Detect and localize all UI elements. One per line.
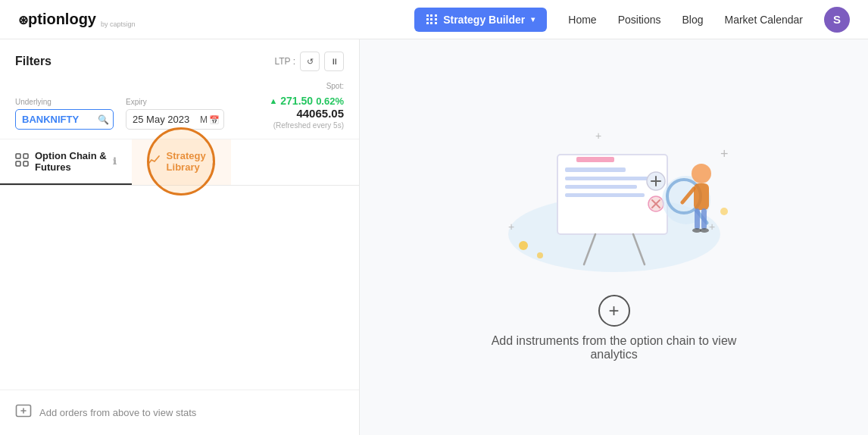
right-panel: + + + + bbox=[360, 39, 868, 435]
underlying-label: Underlying bbox=[15, 98, 114, 106]
main-layout: Filters LTP : ↺ ⏸ Underlying 🔍 bbox=[0, 39, 868, 435]
tab-strategy-library-label1: Strategy bbox=[167, 150, 206, 161]
pause-icon: ⏸ bbox=[330, 57, 339, 66]
svg-rect-19 bbox=[565, 193, 645, 197]
svg-rect-2 bbox=[16, 161, 20, 166]
ltp-controls: LTP : ↺ ⏸ bbox=[274, 52, 344, 71]
tab-option-chain-info-icon[interactable]: ℹ bbox=[113, 156, 117, 167]
tab-futures-label: Futures bbox=[35, 161, 107, 173]
tab-strategy-library[interactable]: Strategy Library ℹ bbox=[132, 139, 231, 185]
spot-value: 44065.05 bbox=[269, 107, 344, 120]
avatar[interactable]: S bbox=[824, 7, 850, 33]
search-icon: 🔍 bbox=[98, 114, 109, 125]
spot-change-pct: 0.62% bbox=[316, 95, 344, 107]
expiry-suffix: M bbox=[200, 114, 208, 125]
svg-rect-0 bbox=[16, 154, 20, 158]
nav-home[interactable]: Home bbox=[568, 14, 596, 26]
spot-refresh-note: (Refreshed every 5s) bbox=[269, 121, 344, 130]
calendar-icon: 📅 bbox=[209, 114, 220, 124]
svg-rect-35 bbox=[701, 208, 707, 230]
svg-text:+: + bbox=[508, 221, 514, 233]
spot-group: Spot: ▲ 271.50 0.62% 44065.05 (Refreshed… bbox=[269, 82, 344, 130]
chart-line-icon bbox=[147, 153, 161, 170]
filters-row: Underlying 🔍 Expiry M 📅 Spot: bbox=[15, 82, 344, 130]
header-nav: Strategy Builder ▾ Home Positions Blog M… bbox=[414, 7, 850, 33]
filters-section: Filters LTP : ↺ ⏸ Underlying 🔍 bbox=[0, 39, 359, 139]
svg-rect-16 bbox=[565, 167, 626, 172]
svg-point-32 bbox=[692, 164, 711, 183]
tab-option-chain-label: Option Chain & bbox=[35, 150, 107, 161]
app-header: ⊛ptionlogy by captsign Strategy Builder … bbox=[0, 0, 868, 39]
spot-label: Spot: bbox=[269, 82, 344, 90]
svg-rect-18 bbox=[565, 185, 637, 189]
ltp-label: LTP : bbox=[274, 56, 295, 67]
underlying-input-wrap: 🔍 bbox=[15, 109, 114, 130]
tab-strategy-library-info-icon[interactable]: ℹ bbox=[212, 156, 216, 167]
illustration: + + + + bbox=[486, 113, 743, 280]
spot-up-arrow: ▲ bbox=[269, 96, 277, 105]
grid-icon bbox=[426, 14, 437, 24]
filters-title: Filters bbox=[15, 55, 52, 68]
strategy-builder-button[interactable]: Strategy Builder ▾ bbox=[414, 8, 547, 32]
strategy-builder-label: Strategy Builder bbox=[443, 14, 525, 26]
logo-sub: by captsign bbox=[101, 20, 136, 28]
filters-header: Filters LTP : ↺ ⏸ bbox=[15, 52, 344, 71]
add-instruments-text: Add instruments from the option chain to… bbox=[478, 334, 751, 361]
spot-change: 271.50 bbox=[280, 95, 313, 107]
expiry-group: Expiry M 📅 bbox=[126, 98, 224, 130]
svg-text:+: + bbox=[709, 221, 715, 233]
tab-strategy-library-label2: Library bbox=[167, 161, 206, 173]
chevron-down-icon: ▾ bbox=[531, 15, 535, 23]
tab-option-chain[interactable]: Option Chain & Futures ℹ bbox=[0, 139, 132, 185]
svg-rect-3 bbox=[23, 161, 28, 166]
spot-values: ▲ 271.50 0.62% 44065.05 (Refreshed every… bbox=[269, 93, 344, 130]
tabs-row: Option Chain & Futures ℹ Strategy Librar… bbox=[0, 139, 359, 186]
nav-positions[interactable]: Positions bbox=[618, 14, 661, 26]
bottom-bar: Add orders from above to view stats bbox=[0, 390, 359, 435]
nav-blog[interactable]: Blog bbox=[682, 14, 703, 26]
add-instruments-icon: + bbox=[598, 295, 630, 327]
left-panel: Filters LTP : ↺ ⏸ Underlying 🔍 bbox=[0, 39, 360, 435]
add-instruments-wrap: + Add instruments from the option chain … bbox=[478, 295, 751, 361]
svg-point-13 bbox=[537, 252, 543, 258]
logo: ⊛ptionlogy by captsign bbox=[18, 11, 136, 28]
svg-rect-34 bbox=[695, 208, 700, 230]
add-orders-text: Add orders from above to view stats bbox=[39, 407, 196, 418]
svg-rect-20 bbox=[576, 157, 614, 162]
svg-rect-17 bbox=[565, 177, 648, 180]
svg-point-12 bbox=[519, 241, 528, 250]
svg-text:+: + bbox=[595, 130, 601, 142]
svg-text:+: + bbox=[720, 146, 729, 161]
ltp-pause-button[interactable]: ⏸ bbox=[324, 52, 344, 71]
svg-point-14 bbox=[720, 208, 728, 215]
svg-rect-1 bbox=[23, 154, 28, 158]
expiry-label: Expiry bbox=[126, 98, 224, 106]
underlying-group: Underlying 🔍 bbox=[15, 98, 114, 130]
svg-rect-33 bbox=[694, 183, 709, 210]
svg-point-37 bbox=[700, 228, 709, 233]
add-orders-icon bbox=[15, 402, 32, 423]
logo-text: ⊛ptionlogy bbox=[18, 11, 96, 28]
grid-icon bbox=[15, 153, 29, 170]
expiry-input-wrap: M 📅 bbox=[126, 109, 224, 130]
nav-market-calendar[interactable]: Market Calendar bbox=[725, 14, 804, 26]
ltp-refresh-button[interactable]: ↺ bbox=[300, 52, 320, 71]
